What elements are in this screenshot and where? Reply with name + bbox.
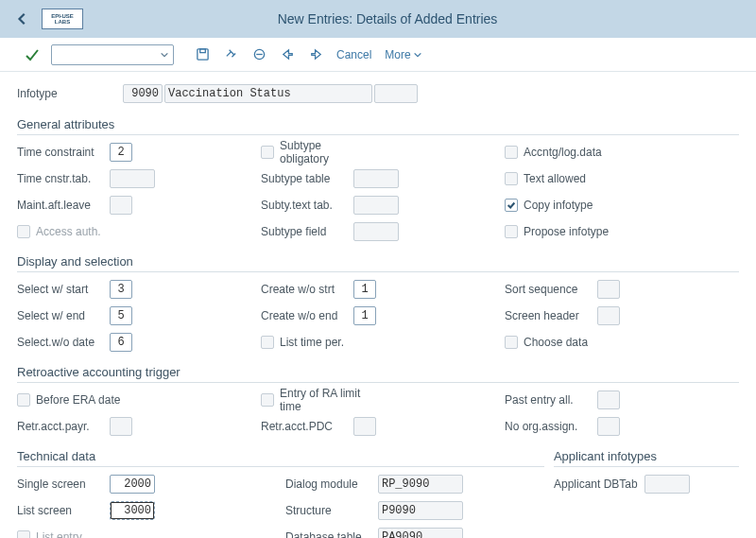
create-wo-strt-input[interactable]: 1 [353,280,376,299]
choose-data-checkbox [505,336,518,349]
time-cnstr-tab-input [110,169,155,188]
single-screen-input[interactable]: 2000 [110,475,155,494]
change-icon[interactable] [219,43,242,66]
time-cnstr-tab-label: Time cnstr.tab. [17,172,110,185]
section-applicant-heading: Applicant infotypes [554,449,739,463]
access-auth-checkbox [17,225,30,238]
sort-sequence-input [597,280,620,299]
select-wo-date-input[interactable]: 6 [110,333,132,352]
dialog-module-input: RP_9090 [378,475,463,494]
save-icon[interactable] [191,43,214,66]
past-entry-all-input [597,390,620,409]
cancel-button[interactable]: Cancel [333,48,375,61]
chevron-down-icon [413,50,422,60]
retr-acct-pdc-input [353,417,376,436]
time-constraint-label: Time constraint [17,146,110,159]
maint-aft-leave-input [110,196,132,215]
toolbar: Cancel More [0,38,756,72]
no-org-assign-input [597,417,620,436]
infotype-extra [374,84,418,103]
subty-text-tab-input [353,196,399,215]
text-allowed-checkbox [505,172,518,185]
previous-entry-icon[interactable] [276,43,299,66]
section-display-heading: Display and selection [17,254,739,269]
infotype-name: Vaccination Status [164,84,372,103]
infotype-row: Infotype 9090 Vaccination Status [17,81,739,106]
list-entry-checkbox [17,530,30,538]
infotype-label: Infotype [17,87,123,100]
retr-acct-payr-input [110,417,132,436]
time-constraint-input[interactable]: 2 [110,143,132,162]
structure-input: P9090 [378,501,463,520]
svg-rect-1 [199,49,205,53]
list-screen-input[interactable]: 3000 [110,501,155,520]
accntg-log-checkbox [505,146,518,159]
section-display: Select w/ start3 Create w/o strt1 Sort s… [17,278,739,354]
subtype-field-input [353,222,399,241]
more-menu[interactable]: More [381,48,425,61]
infotype-code: 9090 [123,84,163,103]
select-w-end-input[interactable]: 5 [110,306,132,325]
section-general: Time constraint2 Subtype obligatory Accn… [17,141,739,243]
section-retro-heading: Retroactive accounting trigger [17,365,739,379]
delete-icon[interactable] [248,43,270,66]
svg-rect-0 [197,49,207,60]
section-general-heading: General attributes [17,117,739,131]
entry-ra-limit-checkbox [261,393,274,407]
subtype-table-input [353,169,399,188]
back-button[interactable] [8,6,38,32]
accept-icon[interactable] [19,47,45,62]
page-title: New Entries: Details of Added Entries [83,11,692,26]
select-w-start-input[interactable]: 3 [110,280,132,299]
chevron-down-icon [160,50,169,60]
list-time-per-checkbox [261,336,274,349]
section-retro: Before ERA date Entry of RA limit time P… [17,389,739,438]
database-table-input: PA9090 [378,528,463,538]
before-era-checkbox [17,393,30,407]
screen-header-input [597,306,620,325]
logo: EPI·USELABS [42,9,83,29]
next-entry-icon[interactable] [304,43,327,66]
section-tech-heading: Technical data [17,449,544,463]
create-wo-end-input[interactable]: 1 [353,306,376,325]
copy-infotype-checkbox[interactable] [505,199,518,212]
command-dropdown[interactable] [51,44,174,65]
titlebar: EPI·USELABS New Entries: Details of Adde… [0,0,756,38]
applicant-dbtab-input [644,475,690,494]
subtype-oblig-checkbox [261,146,274,159]
propose-infotype-checkbox [505,225,518,238]
